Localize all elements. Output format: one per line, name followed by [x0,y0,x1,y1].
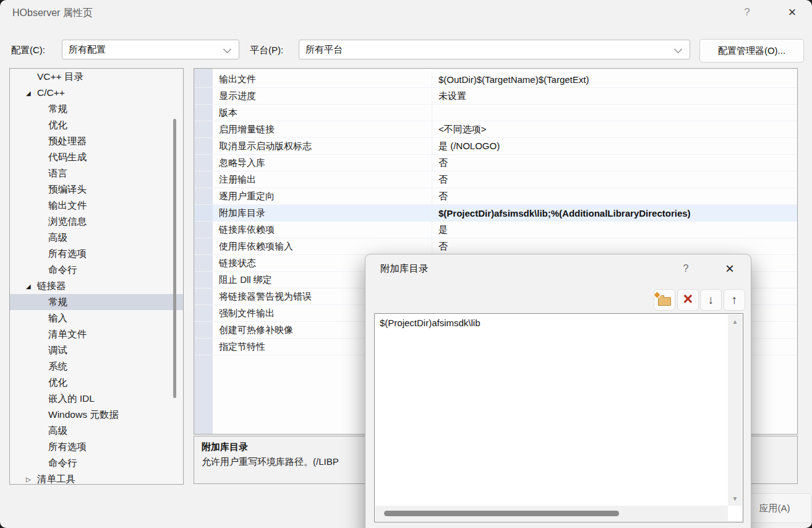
property-name: 启用增量链接 [213,124,432,136]
tree-item[interactable]: VC++ 目录 [10,69,183,85]
new-line-button[interactable] [654,289,675,311]
row-margin [194,105,213,121]
property-row[interactable]: 链接库依赖项 是 [194,222,797,238]
tree-item[interactable]: 代码生成 [10,149,183,165]
property-name: 链接库依赖项 [213,224,432,236]
scroll-down-icon[interactable]: ▼ [728,495,742,502]
tree-item[interactable]: 浏览信息 [10,214,183,230]
tree-expander-icon[interactable]: ▷ [26,476,36,483]
property-row[interactable]: 注册输出 否 [194,171,797,188]
tree-item[interactable]: 优化 [10,117,183,133]
property-name: 显示进度 [213,90,432,102]
row-margin [194,305,213,321]
property-value[interactable]: 否 [432,188,797,204]
additional-library-directories-dialog: 附加库目录 ? × × ↓ ↑ $(ProjectDir)afsimsdk\li… [365,254,751,528]
chevron-down-icon [674,45,682,53]
tree-item[interactable]: 命令行 [10,455,183,471]
tree-expander-icon[interactable]: ◢ [26,283,36,290]
tree-scrollbar[interactable] [173,119,176,398]
directory-entry[interactable]: $(ProjectDir)afsimsdk\lib [380,318,481,328]
property-row[interactable]: 使用库依赖项输入 否 [194,238,797,255]
move-up-button[interactable]: ↑ [724,289,745,311]
property-name: 版本 [213,107,432,119]
tree-item[interactable]: 常规 [10,294,183,310]
property-value[interactable]: 是 [432,222,797,238]
arrow-down-icon: ↓ [708,294,714,306]
tree-item-label: VC++ 目录 [37,71,83,84]
vertical-scrollbar[interactable]: ▲ ▼ [728,314,742,506]
tree-expander-icon[interactable]: ◢ [26,90,36,97]
tree-item-label: 输入 [48,312,67,325]
tree-item-label: 优化 [48,376,67,389]
tree-item[interactable]: 高级 [10,230,183,246]
tree-item[interactable]: 命令行 [10,262,183,278]
property-name: 逐用户重定向 [213,191,432,202]
tree-item[interactable]: 输入 [10,310,183,326]
property-value[interactable] [432,105,797,121]
tree-item[interactable]: Windows 元数据 [10,407,183,423]
delete-icon: × [683,291,693,308]
property-value[interactable]: <不同选项> [432,121,797,137]
platform-value: 所有平台 [306,44,343,56]
tree-item[interactable]: 所有选项 [10,439,183,455]
scroll-up-icon[interactable]: ▲ [728,318,742,325]
tree-item-label: 所有选项 [48,441,87,454]
row-margin [194,205,213,221]
property-value[interactable]: 是 (/NOLOGO) [432,138,797,154]
row-margin [194,322,213,338]
horizontal-scroll-thumb[interactable] [384,511,619,516]
property-row[interactable]: 版本 [194,105,797,121]
property-row[interactable]: 忽略导入库 否 [194,155,797,171]
tree-item[interactable]: 系统 [10,358,183,374]
property-value[interactable]: $(OutDir)$(TargetName)$(TargetExt) [432,71,797,87]
tree-item[interactable]: 语言 [10,165,183,181]
tree-item-label: 常规 [48,103,67,116]
tree-item[interactable]: 预编译头 [10,181,183,197]
tree-item[interactable]: 清单文件 [10,326,183,342]
configuration-manager-button[interactable]: 配置管理器(O)... [699,39,804,63]
property-row[interactable]: 显示进度 未设置 [194,88,797,105]
property-row[interactable]: 附加库目录 $(ProjectDir)afsimsdk\lib;%(Additi… [194,205,797,222]
move-down-button[interactable]: ↓ [700,289,722,311]
tree-item[interactable]: 所有选项 [10,246,183,262]
row-margin [194,71,213,87]
new-folder-icon [658,297,671,306]
help-icon[interactable]: ? [738,4,756,21]
property-name: 注册输出 [213,174,432,186]
row-margin [194,121,213,137]
property-value[interactable]: 未设置 [432,88,797,104]
row-margin [194,339,213,355]
row-margin [194,272,213,288]
property-row[interactable]: 逐用户重定向 否 [194,188,797,205]
tree-item[interactable]: 调试 [10,342,183,358]
tree-item[interactable]: ◢ C/C++ [10,85,183,101]
help-icon[interactable]: ? [678,261,694,277]
property-value[interactable]: $(ProjectDir)afsimsdk\lib;%(AdditionalLi… [432,205,797,221]
property-row[interactable]: 取消显示启动版权标志 是 (/NOLOGO) [194,138,797,155]
tree-item[interactable]: 预处理器 [10,133,183,149]
tree-item[interactable]: 优化 [10,374,183,391]
tree-item[interactable]: 高级 [10,423,183,439]
close-icon[interactable]: × [780,2,804,22]
row-margin [194,238,213,254]
row-margin [194,222,213,238]
property-row[interactable]: 启用增量链接 <不同选项> [194,121,797,138]
tree-item[interactable]: 嵌入的 IDL [10,391,183,407]
tree-item[interactable]: ◢ 链接器 [10,278,183,294]
tree-item[interactable]: 常规 [10,101,183,117]
directories-list[interactable]: $(ProjectDir)afsimsdk\lib ▲ ▼ [374,313,743,522]
property-value[interactable]: 否 [432,155,797,171]
tree-item[interactable]: ▷ 清单工具 [10,471,183,485]
tree-item[interactable]: 输出文件 [10,197,183,214]
delete-line-button[interactable]: × [677,289,699,311]
configuration-label: 配置(C): [11,45,45,56]
configuration-select[interactable]: 所有配置 [62,40,239,59]
property-row[interactable]: 输出文件 $(OutDir)$(TargetName)$(TargetExt) [194,71,797,88]
close-icon[interactable]: × [718,259,741,279]
property-pages-dialog: HObserver 属性页 ? × 配置(C): 所有配置 平台(P): 所有平… [0,0,812,528]
platform-select[interactable]: 所有平台 [299,40,690,59]
popup-title: 附加库目录 [380,262,429,275]
property-value[interactable]: 否 [432,171,797,188]
property-value[interactable]: 否 [432,238,797,254]
horizontal-scrollbar[interactable] [375,506,728,521]
